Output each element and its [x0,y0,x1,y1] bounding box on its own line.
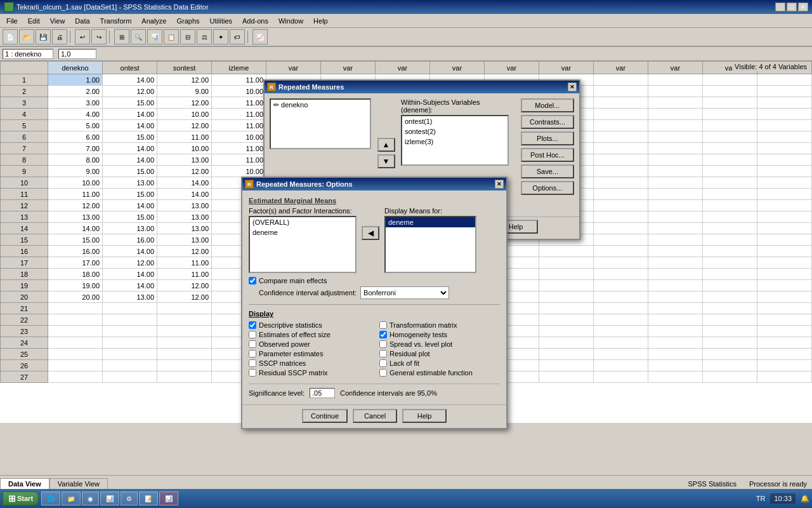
cell-var[interactable] [266,200,321,211]
cell-var[interactable] [539,189,594,200]
cell-empty[interactable] [539,314,594,326]
cell-var[interactable] [430,269,485,280]
cell-empty[interactable] [103,314,157,326]
cell-izleme[interactable]: 10.00 [212,86,266,97]
cell-ontest[interactable]: 14.00 [103,74,157,86]
cell-empty[interactable] [648,326,703,337]
col-header-var6[interactable]: var [539,62,594,74]
cell-sontest[interactable]: 11.00 [157,269,212,280]
cell-var[interactable] [594,189,648,200]
cell-var[interactable] [321,269,376,280]
col-header-var1[interactable]: var [266,62,321,74]
cell-ontest[interactable]: 15.00 [103,189,157,200]
cell-empty[interactable] [430,303,485,314]
cell-empty[interactable] [48,371,103,383]
cell-empty[interactable] [539,303,594,314]
menu-graphs[interactable]: Graphs [171,16,204,26]
cell-izleme[interactable]: 10.00 [212,131,266,143]
cell-var[interactable] [648,177,703,189]
cell-var[interactable] [703,86,757,97]
cell-var[interactable] [430,280,485,291]
cell-sontest[interactable]: 13.00 [157,154,212,166]
cell-empty[interactable] [212,360,266,371]
cell-izleme[interactable]: 12.00 [212,234,266,246]
cell-var[interactable] [648,131,703,143]
cell-izleme[interactable]: 11.00 [212,143,266,154]
cell-empty[interactable] [321,371,376,383]
cell-var[interactable] [539,280,594,291]
cell-empty[interactable] [703,303,757,314]
cell-var[interactable] [757,200,812,211]
cell-var[interactable] [539,86,594,97]
cell-empty[interactable] [266,303,321,314]
open-file-button[interactable]: 📂 [19,29,34,44]
cell-var[interactable] [757,280,812,291]
save-button[interactable]: 💾 [36,29,51,44]
cell-var[interactable] [430,109,485,120]
cell-sontest[interactable]: 10.00 [157,109,212,120]
cell-var[interactable] [376,257,430,269]
cell-var[interactable] [703,280,757,291]
cell-sontest[interactable]: 9.00 [157,86,212,97]
cell-var[interactable] [376,211,430,223]
cell-ontest[interactable]: 14.00 [103,280,157,291]
cell-ontest[interactable]: 14.00 [103,269,157,280]
cell-denekno[interactable]: 13.00 [48,211,103,223]
cell-empty[interactable] [703,314,757,326]
cell-empty[interactable] [103,326,157,337]
cell-var[interactable] [321,120,376,131]
cell-var[interactable] [757,97,812,109]
cell-izleme[interactable]: 11.00 [212,200,266,211]
cell-var[interactable] [539,223,594,234]
col-header-var3[interactable]: var [376,62,430,74]
print-button[interactable]: 🖨 [52,29,67,44]
cell-var[interactable] [485,74,539,86]
cell-var[interactable] [321,177,376,189]
cell-empty[interactable] [430,349,485,360]
close-button[interactable]: ✕ [798,3,808,11]
cell-empty[interactable] [212,371,266,383]
cell-var[interactable] [266,97,321,109]
cell-var[interactable] [485,131,539,143]
cell-ontest[interactable]: 12.00 [103,86,157,97]
cell-var[interactable] [703,291,757,303]
cell-empty[interactable] [485,314,539,326]
cell-empty[interactable] [103,337,157,349]
cell-empty[interactable] [376,314,430,326]
cell-var[interactable] [430,189,485,200]
cell-var[interactable] [703,177,757,189]
cell-var[interactable] [757,246,812,257]
cell-izleme[interactable]: 11.00 [212,246,266,257]
cell-sontest[interactable]: 13.00 [157,234,212,246]
cell-var[interactable] [266,120,321,131]
cell-var[interactable] [757,234,812,246]
cell-empty[interactable] [757,314,812,326]
cell-var[interactable] [321,154,376,166]
maximize-button[interactable]: □ [787,3,797,11]
cell-var[interactable] [757,177,812,189]
cell-empty[interactable] [48,303,103,314]
value-labels-button[interactable]: 🏷 [230,29,245,44]
cell-var[interactable] [648,109,703,120]
cell-denekno[interactable]: 17.00 [48,257,103,269]
select-cases-button[interactable]: ✦ [213,29,228,44]
cell-var[interactable] [376,177,430,189]
cell-izleme[interactable]: 11.00 [212,109,266,120]
cell-var[interactable] [266,154,321,166]
col-header-var5[interactable]: var [485,62,539,74]
cell-sontest[interactable]: 12.00 [157,74,212,86]
insert-cases-button[interactable]: 📊 [147,29,162,44]
cell-ontest[interactable]: 14.00 [103,109,157,120]
cell-var[interactable] [485,154,539,166]
cell-var[interactable] [321,246,376,257]
cell-var[interactable] [485,120,539,131]
cell-var[interactable] [703,234,757,246]
cell-var[interactable] [648,97,703,109]
cell-empty[interactable] [321,360,376,371]
cell-denekno[interactable]: 1.00 [48,74,103,86]
col-header-denekno[interactable]: denekno [48,62,103,74]
menu-window[interactable]: Window [273,16,308,26]
cell-empty[interactable] [485,371,539,383]
cell-var[interactable] [376,143,430,154]
cell-var[interactable] [376,200,430,211]
